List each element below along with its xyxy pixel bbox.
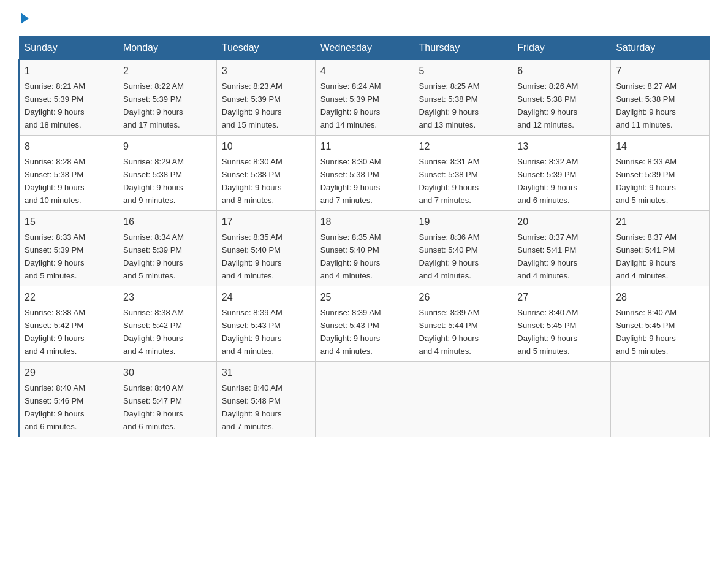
calendar-cell: 20 Sunrise: 8:37 AMSunset: 5:41 PMDaylig… (512, 211, 611, 286)
day-number: 21 (616, 215, 704, 229)
calendar-cell: 29 Sunrise: 8:40 AMSunset: 5:46 PMDaylig… (19, 362, 118, 437)
calendar-cell (611, 362, 710, 437)
header-monday: Monday (118, 36, 217, 60)
day-number: 14 (616, 139, 704, 154)
calendar-cell: 24 Sunrise: 8:39 AMSunset: 5:43 PMDaylig… (216, 286, 315, 362)
calendar-cell: 8 Sunrise: 8:28 AMSunset: 5:38 PMDayligh… (19, 136, 118, 211)
day-number: 1 (25, 64, 113, 79)
day-number: 3 (222, 64, 310, 79)
day-info: Sunrise: 8:22 AMSunset: 5:39 PMDaylight:… (123, 82, 184, 129)
day-number: 18 (320, 215, 409, 229)
calendar-cell: 18 Sunrise: 8:35 AMSunset: 5:40 PMDaylig… (315, 211, 414, 286)
calendar-cell: 21 Sunrise: 8:37 AMSunset: 5:41 PMDaylig… (611, 211, 710, 286)
week-row-1: 1 Sunrise: 8:21 AMSunset: 5:39 PMDayligh… (19, 60, 710, 136)
day-number: 29 (25, 366, 113, 380)
day-number: 11 (320, 139, 409, 154)
header-wednesday: Wednesday (315, 36, 414, 60)
calendar-header-row: SundayMondayTuesdayWednesdayThursdayFrid… (19, 36, 710, 60)
header-friday: Friday (512, 36, 611, 60)
day-number: 24 (222, 290, 310, 305)
day-info: Sunrise: 8:37 AMSunset: 5:41 PMDaylight:… (616, 232, 677, 280)
calendar-cell: 17 Sunrise: 8:35 AMSunset: 5:40 PMDaylig… (216, 211, 315, 286)
day-number: 10 (222, 139, 310, 154)
day-info: Sunrise: 8:24 AMSunset: 5:39 PMDaylight:… (320, 82, 381, 129)
day-info: Sunrise: 8:28 AMSunset: 5:38 PMDaylight:… (25, 157, 85, 205)
day-number: 25 (320, 290, 409, 305)
day-number: 16 (123, 215, 211, 229)
day-number: 17 (222, 215, 310, 229)
calendar-cell: 31 Sunrise: 8:40 AMSunset: 5:48 PMDaylig… (216, 362, 315, 437)
calendar-cell: 11 Sunrise: 8:30 AMSunset: 5:38 PMDaylig… (315, 136, 414, 211)
day-info: Sunrise: 8:30 AMSunset: 5:38 PMDaylight:… (320, 157, 381, 205)
day-info: Sunrise: 8:32 AMSunset: 5:39 PMDaylight:… (517, 157, 578, 205)
calendar-cell: 13 Sunrise: 8:32 AMSunset: 5:39 PMDaylig… (512, 136, 611, 211)
day-number: 12 (419, 139, 507, 154)
day-info: Sunrise: 8:35 AMSunset: 5:40 PMDaylight:… (222, 232, 282, 280)
day-number: 13 (517, 139, 605, 154)
calendar-cell: 1 Sunrise: 8:21 AMSunset: 5:39 PMDayligh… (19, 60, 118, 136)
day-info: Sunrise: 8:37 AMSunset: 5:41 PMDaylight:… (517, 232, 578, 280)
day-info: Sunrise: 8:34 AMSunset: 5:39 PMDaylight:… (123, 232, 184, 280)
page-header (18, 12, 710, 23)
day-info: Sunrise: 8:39 AMSunset: 5:44 PMDaylight:… (419, 308, 480, 356)
calendar-cell: 25 Sunrise: 8:39 AMSunset: 5:43 PMDaylig… (315, 286, 414, 362)
logo-arrow-icon (21, 13, 29, 24)
week-row-5: 29 Sunrise: 8:40 AMSunset: 5:46 PMDaylig… (19, 362, 710, 437)
day-number: 23 (123, 290, 211, 305)
day-info: Sunrise: 8:23 AMSunset: 5:39 PMDaylight:… (222, 82, 282, 129)
day-number: 5 (419, 64, 507, 79)
day-info: Sunrise: 8:40 AMSunset: 5:48 PMDaylight:… (222, 383, 282, 431)
day-number: 7 (616, 64, 704, 79)
calendar-cell: 15 Sunrise: 8:33 AMSunset: 5:39 PMDaylig… (19, 211, 118, 286)
calendar-cell (315, 362, 414, 437)
header-thursday: Thursday (414, 36, 512, 60)
day-number: 2 (123, 64, 211, 79)
day-info: Sunrise: 8:33 AMSunset: 5:39 PMDaylight:… (616, 157, 677, 205)
calendar-cell (512, 362, 611, 437)
day-number: 15 (25, 215, 113, 229)
day-info: Sunrise: 8:40 AMSunset: 5:47 PMDaylight:… (123, 383, 184, 431)
day-info: Sunrise: 8:21 AMSunset: 5:39 PMDaylight:… (25, 82, 85, 129)
day-info: Sunrise: 8:31 AMSunset: 5:38 PMDaylight:… (419, 157, 480, 205)
day-number: 20 (517, 215, 605, 229)
calendar-cell (414, 362, 512, 437)
calendar-cell: 30 Sunrise: 8:40 AMSunset: 5:47 PMDaylig… (118, 362, 217, 437)
day-info: Sunrise: 8:25 AMSunset: 5:38 PMDaylight:… (419, 82, 480, 129)
day-info: Sunrise: 8:29 AMSunset: 5:38 PMDaylight:… (123, 157, 184, 205)
day-number: 22 (25, 290, 113, 305)
day-number: 30 (123, 366, 211, 380)
day-info: Sunrise: 8:40 AMSunset: 5:45 PMDaylight:… (616, 308, 677, 356)
calendar-cell: 28 Sunrise: 8:40 AMSunset: 5:45 PMDaylig… (611, 286, 710, 362)
day-number: 31 (222, 366, 310, 380)
calendar-cell: 3 Sunrise: 8:23 AMSunset: 5:39 PMDayligh… (216, 60, 315, 136)
calendar-cell: 6 Sunrise: 8:26 AMSunset: 5:38 PMDayligh… (512, 60, 611, 136)
calendar-cell: 4 Sunrise: 8:24 AMSunset: 5:39 PMDayligh… (315, 60, 414, 136)
calendar-cell: 19 Sunrise: 8:36 AMSunset: 5:40 PMDaylig… (414, 211, 512, 286)
calendar-cell: 26 Sunrise: 8:39 AMSunset: 5:44 PMDaylig… (414, 286, 512, 362)
day-info: Sunrise: 8:40 AMSunset: 5:45 PMDaylight:… (517, 308, 578, 356)
day-number: 8 (25, 139, 113, 154)
calendar-cell: 5 Sunrise: 8:25 AMSunset: 5:38 PMDayligh… (414, 60, 512, 136)
calendar-cell: 2 Sunrise: 8:22 AMSunset: 5:39 PMDayligh… (118, 60, 217, 136)
day-info: Sunrise: 8:30 AMSunset: 5:38 PMDaylight:… (222, 157, 282, 205)
calendar-cell: 9 Sunrise: 8:29 AMSunset: 5:38 PMDayligh… (118, 136, 217, 211)
calendar-cell: 22 Sunrise: 8:38 AMSunset: 5:42 PMDaylig… (19, 286, 118, 362)
calendar-cell: 23 Sunrise: 8:38 AMSunset: 5:42 PMDaylig… (118, 286, 217, 362)
day-info: Sunrise: 8:26 AMSunset: 5:38 PMDaylight:… (517, 82, 578, 129)
day-info: Sunrise: 8:36 AMSunset: 5:40 PMDaylight:… (419, 232, 480, 280)
logo (18, 12, 29, 23)
header-tuesday: Tuesday (216, 36, 315, 60)
week-row-2: 8 Sunrise: 8:28 AMSunset: 5:38 PMDayligh… (19, 136, 710, 211)
day-info: Sunrise: 8:40 AMSunset: 5:46 PMDaylight:… (25, 383, 85, 431)
day-number: 19 (419, 215, 507, 229)
day-number: 28 (616, 290, 704, 305)
day-info: Sunrise: 8:39 AMSunset: 5:43 PMDaylight:… (320, 308, 381, 356)
day-number: 26 (419, 290, 507, 305)
day-info: Sunrise: 8:35 AMSunset: 5:40 PMDaylight:… (320, 232, 381, 280)
calendar-cell: 14 Sunrise: 8:33 AMSunset: 5:39 PMDaylig… (611, 136, 710, 211)
header-sunday: Sunday (19, 36, 118, 60)
week-row-3: 15 Sunrise: 8:33 AMSunset: 5:39 PMDaylig… (19, 211, 710, 286)
day-info: Sunrise: 8:38 AMSunset: 5:42 PMDaylight:… (25, 308, 85, 356)
day-number: 9 (123, 139, 211, 154)
calendar-cell: 10 Sunrise: 8:30 AMSunset: 5:38 PMDaylig… (216, 136, 315, 211)
